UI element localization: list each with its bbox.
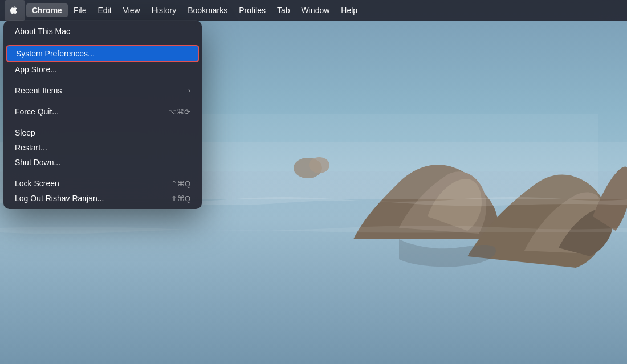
menubar: Chrome File Edit View History Bookmarks …: [0, 0, 627, 21]
svg-rect-5: [199, 114, 598, 199]
menubar-chrome[interactable]: Chrome: [26, 3, 68, 17]
menubar-tab[interactable]: Tab: [271, 3, 296, 17]
menu-item-log-out[interactable]: Log Out Rishav Ranjan... ⇧⌘Q: [6, 191, 199, 206]
apple-menu-button[interactable]: [5, 0, 25, 21]
menu-item-app-store[interactable]: App Store...: [6, 62, 199, 77]
menu-separator-4: [9, 122, 196, 122]
menu-item-sleep[interactable]: Sleep: [6, 125, 199, 140]
menu-item-lock-screen-label: Lock Screen: [15, 179, 59, 188]
menubar-bookmarks[interactable]: Bookmarks: [182, 3, 233, 17]
menu-item-restart[interactable]: Restart...: [6, 140, 199, 155]
recent-items-chevron-icon: ›: [188, 87, 190, 95]
menu-item-log-out-label: Log Out Rishav Ranjan...: [15, 194, 104, 203]
apple-menu-dropdown: About This Mac System Preferences... App…: [3, 21, 202, 209]
menu-separator-2: [9, 80, 196, 80]
menubar-history[interactable]: History: [146, 3, 182, 17]
menu-item-restart-label: Restart...: [15, 143, 47, 152]
menubar-window[interactable]: Window: [296, 3, 336, 17]
menu-separator-5: [9, 173, 196, 173]
menu-item-system-prefs-label: System Preferences...: [16, 49, 95, 58]
menu-item-force-quit-label: Force Quit...: [15, 107, 59, 116]
menubar-view[interactable]: View: [117, 3, 146, 17]
menu-item-system-prefs[interactable]: System Preferences...: [6, 45, 199, 62]
menu-item-sleep-label: Sleep: [15, 128, 35, 137]
menu-item-about[interactable]: About This Mac: [6, 24, 199, 39]
menu-item-recent-items[interactable]: Recent Items ›: [6, 83, 199, 98]
menu-item-force-quit[interactable]: Force Quit... ⌥⌘⟳: [6, 104, 199, 119]
menubar-edit[interactable]: Edit: [92, 3, 117, 17]
log-out-shortcut: ⇧⌘Q: [171, 194, 190, 203]
menu-separator-3: [9, 101, 196, 101]
menu-item-shut-down-label: Shut Down...: [15, 158, 60, 167]
menu-item-shut-down[interactable]: Shut Down...: [6, 155, 199, 170]
lock-screen-shortcut: ⌃⌘Q: [171, 179, 190, 188]
menubar-profiles[interactable]: Profiles: [233, 3, 271, 17]
menu-item-app-store-label: App Store...: [15, 65, 57, 74]
menu-separator-1: [9, 42, 196, 42]
menu-item-recent-items-label: Recent Items: [15, 86, 62, 95]
menubar-help[interactable]: Help: [335, 3, 363, 17]
force-quit-shortcut: ⌥⌘⟳: [168, 108, 190, 116]
menu-item-about-label: About This Mac: [15, 27, 70, 36]
menubar-file[interactable]: File: [68, 3, 92, 17]
menu-item-lock-screen[interactable]: Lock Screen ⌃⌘Q: [6, 176, 199, 191]
